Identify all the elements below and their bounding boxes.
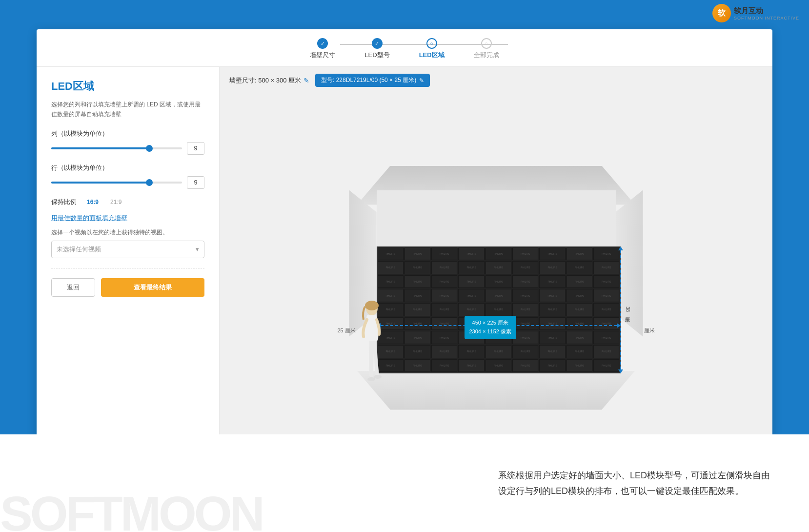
led-cell: PHILIPS [404, 345, 430, 358]
action-buttons: 返回 查看最终结果 [51, 278, 204, 297]
v-arrow-up [618, 246, 623, 250]
led-cell: PHILIPS [378, 261, 404, 274]
step-circle-4: ○ [481, 38, 492, 49]
h-arrow-right [617, 323, 621, 328]
led-cell: PHILIPS [458, 303, 484, 316]
col-slider-track[interactable] [51, 147, 182, 149]
led-cell: PHILIPS [431, 359, 457, 372]
led-cell: PHILIPS [539, 289, 565, 302]
person-silhouette [352, 293, 391, 390]
main-card: ✓ 墙壁尺寸 ✓ LED型号 ○ LED区域 ○ 全部完成 LED区域 选择您的… [37, 29, 772, 503]
led-cell: PHILIPS [431, 247, 457, 261]
ratio-options: 16:9 21:9 [84, 198, 124, 206]
led-cell: PHILIPS [512, 331, 538, 344]
led-cell: PHILIPS [404, 247, 430, 261]
ratio-group: 保持比例 16:9 21:9 [51, 198, 204, 206]
col-control: 列（以模块为单位） 9 [51, 129, 204, 155]
v-measure-line: 38 厘米 [620, 250, 621, 369]
led-cell: PHILIPS [593, 261, 619, 274]
chevron-down-icon: ▾ [196, 246, 199, 253]
led-cell: PHILIPS [593, 331, 619, 344]
step-circle-1: ✓ [317, 38, 328, 49]
row-slider-thumb[interactable] [146, 179, 153, 186]
col-slider-thumb[interactable] [146, 145, 153, 152]
led-cell: PHILIPS [539, 331, 565, 344]
led-cell: PHILIPS [458, 359, 484, 372]
step-item-4[interactable]: ○ 全部完成 [474, 38, 499, 60]
logo-ball-text: 软 [718, 8, 726, 19]
led-cell: PHILIPS [566, 275, 592, 288]
bottom-text-line1: 系统根据用户选定好的墙面大小、LED模块型号，可通过左侧滑块自由 [498, 468, 770, 483]
step-label-2: LED型号 [364, 51, 389, 60]
back-button[interactable]: 返回 [51, 278, 95, 297]
row-slider-track[interactable] [51, 182, 182, 184]
ratio-21-9[interactable]: 21:9 [107, 198, 124, 206]
led-cell: PHILIPS [404, 331, 430, 344]
best-fit-link[interactable]: 用最佳数量的面板填充墙壁 [51, 214, 204, 223]
bottom-section: SOFTMOON 系统根据用户选定好的墙面大小、LED模块型号，可通过左侧滑块自… [0, 434, 809, 532]
size-tooltip: 450 × 225 厘米 2304 × 1152 像素 [465, 316, 517, 339]
edit-model-icon: ✎ [419, 77, 424, 84]
col-value: 9 [187, 142, 204, 155]
col-slider-fill [51, 147, 149, 149]
ratio-label: 保持比例 [51, 198, 77, 206]
step-item-2[interactable]: ✓ LED型号 [364, 38, 389, 60]
led-cell: PHILIPS [404, 275, 430, 288]
panel-title: LED区域 [51, 79, 204, 94]
video-dropdown[interactable]: 未选择任何视频 ▾ [51, 241, 204, 258]
led-cell: PHILIPS [431, 289, 457, 302]
row-slider-fill [51, 182, 149, 184]
led-cell: PHILIPS [566, 247, 592, 261]
h-label-right: 厘米 [644, 327, 655, 334]
led-grid-container: PHILIPSPHILIPSPHILIPSPHILIPSPHILIPSPHILI… [377, 246, 621, 373]
led-cell: PHILIPS [593, 303, 619, 316]
led-cell: PHILIPS [485, 359, 511, 372]
led-cell: PHILIPS [593, 345, 619, 358]
led-cell: PHILIPS [485, 275, 511, 288]
model-text: 型号: 228DL7219L/00 (50 × 25 厘米) [321, 76, 416, 84]
led-cell: PHILIPS [593, 247, 619, 261]
step-label-1: 墙壁尺寸 [310, 51, 335, 60]
led-cell: PHILIPS [431, 331, 457, 344]
led-cell: PHILIPS [539, 345, 565, 358]
wall-size-text: 墙壁尺寸: 500 × 300 厘米 [229, 76, 301, 85]
led-cell: PHILIPS [431, 261, 457, 274]
edit-wall-icon[interactable]: ✎ [303, 77, 309, 84]
room-wrapper: PHILIPSPHILIPSPHILIPSPHILIPSPHILIPSPHILI… [338, 166, 655, 410]
bottom-watermark: SOFTMOON [0, 486, 263, 532]
led-cell: PHILIPS [431, 345, 457, 358]
led-cell: PHILIPS [539, 261, 565, 274]
led-cell: PHILIPS [512, 345, 538, 358]
video-dropdown-value: 未选择任何视频 [57, 245, 101, 254]
led-cell: PHILIPS [512, 289, 538, 302]
logo-name-zh: 软月互动 [734, 6, 799, 16]
led-cell: PHILIPS [566, 331, 592, 344]
led-cell: PHILIPS [512, 261, 538, 274]
led-cell: PHILIPS [512, 359, 538, 372]
row-value: 9 [187, 176, 204, 189]
step-label-3: LED区域 [419, 51, 445, 60]
size-tooltip-line1: 450 × 225 厘米 [469, 319, 512, 327]
result-button[interactable]: 查看最终结果 [101, 278, 204, 297]
bottom-text-line2: 设定行与列的LED模块的排布，也可以一键设定最佳匹配效果。 [498, 483, 770, 499]
led-cell: PHILIPS [593, 289, 619, 302]
led-cell: PHILIPS [566, 289, 592, 302]
led-cell: PHILIPS [485, 261, 511, 274]
step-item-1[interactable]: ✓ 墙壁尺寸 [310, 38, 335, 60]
svg-point-3 [374, 375, 382, 379]
col-slider-row: 9 [51, 142, 204, 155]
led-cell: PHILIPS [458, 289, 484, 302]
led-cell: PHILIPS [566, 359, 592, 372]
led-cell: PHILIPS [593, 275, 619, 288]
led-cell: PHILIPS [458, 345, 484, 358]
step-item-3[interactable]: ○ LED区域 [419, 38, 445, 60]
model-badge[interactable]: 型号: 228DL7219L/00 (50 × 25 厘米) ✎ [315, 74, 430, 87]
row-label: 行（以模块为单位） [51, 164, 204, 172]
wall-size-badge: 墙壁尺寸: 500 × 300 厘米 ✎ [229, 76, 309, 85]
led-cell: PHILIPS [378, 275, 404, 288]
led-cell: PHILIPS [539, 275, 565, 288]
led-cell: PHILIPS [404, 303, 430, 316]
room-floor [357, 371, 635, 410]
ratio-16-9[interactable]: 16:9 [84, 198, 101, 206]
step-circle-2: ✓ [372, 38, 383, 49]
